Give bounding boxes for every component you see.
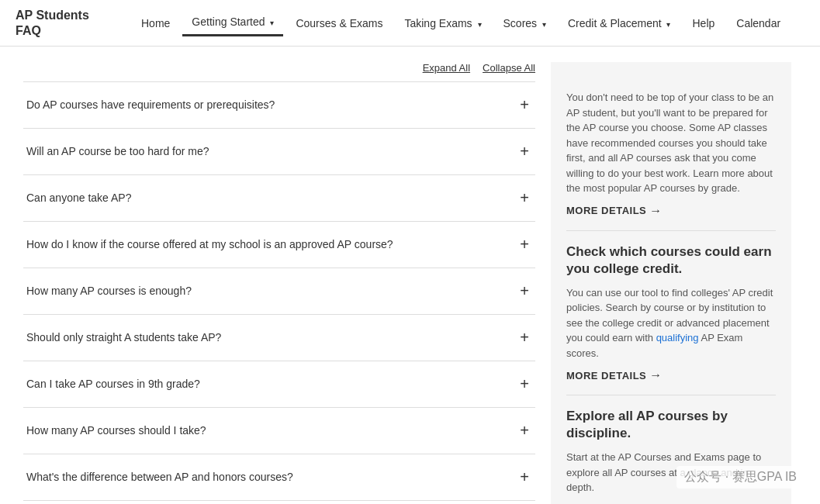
left-column: Expand All Collapse All Do AP courses ha… xyxy=(23,62,535,504)
faq-question-4: How many AP courses is enough? xyxy=(26,284,207,299)
sidebar-credit-text: You can use our tool to find colleges' A… xyxy=(566,285,776,361)
credit-more-details-button[interactable]: MORE DETAILS → xyxy=(566,368,663,382)
nav-home[interactable]: Home xyxy=(132,11,179,36)
nav-courses-exams[interactable]: Courses & Exams xyxy=(286,11,392,36)
faq-item-4[interactable]: How many AP courses is enough? + xyxy=(23,268,535,315)
chevron-down-icon: ▾ xyxy=(478,20,482,29)
arrow-icon: → xyxy=(649,204,663,218)
sidebar-intro-text: You don't need to be top of your class t… xyxy=(566,90,776,196)
expand-icon-8: + xyxy=(517,468,532,486)
expand-icon-2: + xyxy=(517,189,532,207)
qualifying-link[interactable]: qualifying xyxy=(656,332,699,343)
sidebar-discipline-title: Explore all AP courses by discipline. xyxy=(566,408,776,442)
sidebar-classes-have: classes have xyxy=(566,122,767,149)
brand: AP Students FAQ xyxy=(16,8,109,37)
brand-line1: AP Students xyxy=(16,8,109,22)
faq-question-6: Can I take AP courses in 9th grade? xyxy=(26,377,216,392)
faq-question-7: How many AP courses should I take? xyxy=(26,423,222,439)
nav-help[interactable]: Help xyxy=(683,11,724,36)
nav-taking-exams[interactable]: Taking Exams ▾ xyxy=(395,11,490,36)
navbar: AP Students FAQ Home Getting Started ▾ C… xyxy=(0,0,820,47)
faq-item-8[interactable]: What's the difference between AP and hon… xyxy=(23,454,535,501)
intro-more-details-label: MORE DETAILS xyxy=(566,205,646,216)
expand-collapse-row: Expand All Collapse All xyxy=(23,62,535,74)
faq-question-3: How do I know if the course offered at m… xyxy=(26,237,409,253)
expand-icon-1: + xyxy=(517,143,532,161)
faq-item-0[interactable]: Do AP courses have requirements or prere… xyxy=(23,82,535,129)
sidebar-credit-section: Check which courses could earn you colle… xyxy=(566,231,776,396)
expand-icon-7: + xyxy=(517,422,532,440)
sidebar-credit-title: Check which courses could earn you colle… xyxy=(566,243,776,278)
faq-item-3[interactable]: How do I know if the course offered at m… xyxy=(23,222,535,268)
sidebar-intro-section: You don't need to be top of your class t… xyxy=(566,78,776,231)
intro-more-details-button[interactable]: MORE DETAILS → xyxy=(566,204,663,218)
nav-scores[interactable]: Scores ▾ xyxy=(494,11,555,36)
faq-item-1[interactable]: Will an AP course be too hard for me? + xyxy=(23,129,535,175)
nav-getting-started[interactable]: Getting Started ▾ xyxy=(182,9,283,36)
faq-item-6[interactable]: Can I take AP courses in 9th grade? + xyxy=(23,361,535,408)
nav-credit-placement[interactable]: Credit & Placement ▾ xyxy=(559,11,680,36)
faq-item-5[interactable]: Should only straight A students take AP?… xyxy=(23,315,535,361)
faq-question-2: Can anyone take AP? xyxy=(26,191,147,206)
main-container: Expand All Collapse All Do AP courses ha… xyxy=(0,47,820,504)
watermark: 公众号 · 赛思GPA IB xyxy=(676,466,804,488)
expand-icon-5: + xyxy=(517,329,532,347)
arrow-icon: → xyxy=(649,368,663,382)
faq-item-9[interactable]: What's the difference between AP and dua… xyxy=(23,501,535,504)
chevron-down-icon: ▾ xyxy=(542,20,546,29)
chevron-down-icon: ▾ xyxy=(666,20,670,29)
expand-icon-4: + xyxy=(517,282,532,300)
faq-question-0: Do AP courses have requirements or prere… xyxy=(26,98,290,113)
expand-all-button[interactable]: Expand All xyxy=(423,62,470,74)
could-earn-text: could earn xyxy=(586,332,633,343)
faq-question-1: Will an AP course be too hard for me? xyxy=(26,144,225,160)
nav-calendar[interactable]: Calendar xyxy=(727,11,790,36)
faq-question-5: Should only straight A students take AP? xyxy=(26,330,237,346)
expand-icon-0: + xyxy=(517,96,532,114)
nav-links: Home Getting Started ▾ Courses & Exams T… xyxy=(132,9,804,36)
sidebar-card: You don't need to be top of your class t… xyxy=(551,62,791,504)
faq-question-8: What's the difference between AP and hon… xyxy=(26,470,309,485)
faq-item-2[interactable]: Can anyone take AP? + xyxy=(23,175,535,222)
faq-item-7[interactable]: How many AP courses should I take? + xyxy=(23,408,535,454)
brand-line2: FAQ xyxy=(16,23,109,38)
collapse-all-button[interactable]: Collapse All xyxy=(483,62,535,74)
expand-icon-6: + xyxy=(517,375,532,393)
right-column: You don't need to be top of your class t… xyxy=(551,62,791,504)
expand-icon-3: + xyxy=(517,236,532,254)
chevron-down-icon: ▾ xyxy=(270,19,274,27)
faq-list: Do AP courses have requirements or prere… xyxy=(23,81,535,504)
credit-more-details-label: MORE DETAILS xyxy=(566,370,646,381)
